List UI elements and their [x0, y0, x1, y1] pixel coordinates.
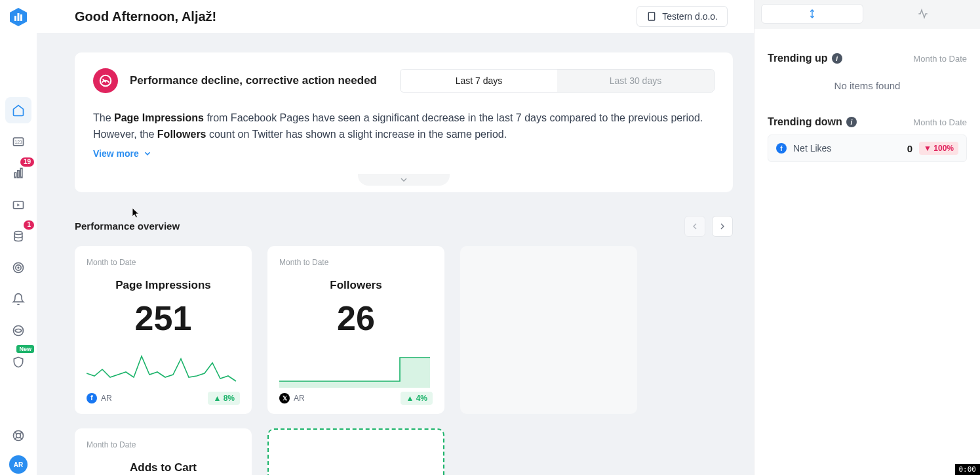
nav-data[interactable]: 1 — [5, 223, 31, 249]
svg-marker-31 — [279, 358, 430, 388]
main-area: Good Afternoon, Aljaž! Testern d.o.o. Pe… — [37, 0, 754, 475]
nav-video[interactable] — [5, 192, 31, 218]
right-panel: Trending up i Month to Date No items fou… — [754, 0, 980, 475]
trend-delta: ▼ 100% — [919, 142, 958, 155]
info-icon[interactable]: i — [832, 53, 842, 64]
svg-rect-2 — [18, 13, 20, 21]
nav-help[interactable] — [5, 423, 31, 449]
insight-text: The Page Impressions from Facebook Pages… — [93, 110, 715, 143]
trend-item-net-likes[interactable]: f Net Likes 0 ▼ 100% — [768, 134, 967, 162]
time-range-segmented: Last 7 days Last 30 days — [400, 69, 715, 93]
user-avatar[interactable]: AR — [9, 455, 28, 474]
badge-count: 19 — [20, 157, 34, 167]
add-metric-card[interactable] — [267, 428, 444, 475]
svg-rect-22 — [649, 12, 655, 20]
company-selector[interactable]: Testern d.o.o. — [637, 6, 728, 27]
sort-icon — [807, 9, 817, 19]
expand-handle[interactable] — [358, 174, 450, 186]
svg-line-21 — [20, 438, 22, 440]
next-button[interactable] — [712, 216, 733, 237]
recording-timer: 0:00 — [955, 464, 981, 475]
nav-shield[interactable]: New — [5, 349, 31, 375]
svg-marker-10 — [17, 203, 20, 206]
card-period: Month to Date — [87, 440, 240, 449]
no-items-text: No items found — [768, 71, 967, 107]
nav-explore[interactable] — [5, 318, 31, 344]
card-delta: ▲ 4% — [401, 392, 433, 405]
metric-card-adds-to-cart[interactable]: Month to Date Adds to Cart — [75, 428, 252, 475]
tab-trends[interactable] — [761, 4, 863, 24]
nav-metrics[interactable]: 123 — [5, 129, 31, 155]
chevron-right-icon — [717, 221, 728, 232]
insight-card: Performance decline, corrective action n… — [75, 52, 733, 192]
svg-line-19 — [20, 432, 22, 434]
view-more-label: View more — [93, 148, 139, 159]
card-value: 251 — [87, 299, 240, 338]
svg-line-18 — [14, 432, 16, 434]
x-twitter-icon: 𝕏 — [279, 393, 290, 403]
greeting-text: Good Afternoon, Aljaž! — [75, 9, 216, 24]
building-icon — [646, 11, 657, 22]
trending-up-heading: Trending up i — [768, 52, 842, 64]
activity-icon — [918, 9, 928, 19]
chevron-left-icon — [690, 221, 700, 232]
tab-last-30-days[interactable]: Last 30 days — [557, 70, 714, 92]
tab-last-7-days[interactable]: Last 7 days — [401, 70, 557, 92]
card-source: f AR — [87, 393, 112, 403]
chevron-down-icon — [399, 175, 409, 185]
svg-text:123: 123 — [14, 140, 22, 144]
main-header: Good Afternoon, Aljaž! Testern d.o.o. — [37, 0, 754, 33]
company-name: Testern d.o.o. — [662, 11, 718, 22]
nav-goals[interactable] — [5, 255, 31, 281]
card-metric: Page Impressions — [87, 279, 240, 292]
nav-home[interactable] — [5, 97, 31, 123]
chevron-down-icon — [143, 149, 152, 158]
badge-new: New — [16, 345, 34, 353]
card-value: 26 — [279, 299, 433, 338]
svg-rect-3 — [20, 14, 22, 21]
sidebar: 123 19 1 New AR — [0, 0, 37, 475]
svg-rect-6 — [14, 173, 16, 178]
insight-title: Performance decline, corrective action n… — [130, 74, 377, 87]
facebook-icon: f — [87, 393, 97, 403]
card-metric: Followers — [279, 279, 433, 292]
card-metric: Adds to Cart — [87, 461, 240, 474]
tab-activity[interactable] — [872, 4, 973, 24]
card-source: 𝕏 AR — [279, 393, 305, 403]
trending-down-heading: Trending down i — [768, 116, 857, 128]
sparkline-chart — [87, 338, 240, 392]
trend-period: Month to Date — [913, 54, 967, 64]
svg-point-14 — [18, 267, 19, 268]
card-period: Month to Date — [87, 258, 240, 267]
svg-rect-1 — [14, 16, 16, 21]
metric-card-followers[interactable]: Month to Date Followers 26 𝕏 AR ▲ 4% — [267, 246, 444, 414]
prev-button[interactable] — [684, 216, 705, 237]
svg-point-17 — [16, 434, 21, 438]
nav-reports[interactable]: 19 — [5, 160, 31, 186]
svg-point-11 — [14, 232, 22, 235]
card-period: Month to Date — [279, 258, 433, 267]
right-tabs — [755, 0, 980, 29]
card-delta: ▲ 8% — [208, 392, 240, 405]
trend-value: 0 — [907, 143, 912, 154]
metric-card-page-impressions[interactable]: Month to Date Page Impressions 251 f AR … — [75, 246, 252, 414]
facebook-icon: f — [776, 143, 787, 154]
trend-label: Net Likes — [793, 143, 831, 154]
svg-rect-7 — [18, 171, 20, 178]
sparkline-chart — [279, 338, 433, 392]
badge-count: 1 — [24, 220, 34, 230]
gauge-icon — [93, 68, 118, 93]
nav-alerts[interactable] — [5, 286, 31, 312]
trend-period: Month to Date — [913, 117, 967, 127]
view-more-link[interactable]: View more — [93, 148, 152, 159]
svg-rect-8 — [20, 169, 22, 178]
overview-title: Performance overview — [75, 220, 180, 232]
info-icon[interactable]: i — [846, 117, 857, 127]
svg-line-20 — [14, 438, 16, 440]
placeholder-card — [460, 246, 637, 414]
app-logo[interactable] — [8, 7, 29, 28]
